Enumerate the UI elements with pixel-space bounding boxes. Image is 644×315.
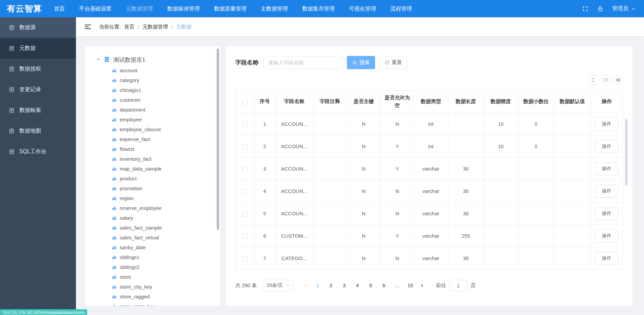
tree-table-item[interactable]: map_data_sample	[97, 164, 217, 174]
cell-precision	[484, 180, 518, 202]
tree-table-item[interactable]: salary	[97, 213, 217, 223]
table-name-label: customer	[120, 97, 141, 103]
nav-item[interactable]: 首页	[47, 0, 72, 17]
lock-icon[interactable]	[597, 6, 603, 12]
user-menu[interactable]: 管理员	[612, 5, 636, 12]
cell-nullable: Y	[381, 225, 414, 247]
tree-table-item[interactable]: employee_closure	[97, 124, 217, 134]
sidebar-item[interactable]: SQL工作台	[0, 141, 76, 162]
row-checkbox[interactable]	[242, 122, 248, 127]
tree-table-item[interactable]: chinagis1	[97, 85, 217, 95]
cell-field-name: ACCOUN...	[275, 135, 313, 158]
search-button[interactable]: 搜索	[347, 56, 375, 69]
tree-table-item[interactable]: store_ragged	[97, 292, 217, 301]
page-number[interactable]: ...	[390, 280, 404, 291]
nav-item[interactable]: 数据集市管理	[295, 0, 342, 17]
caret-down-icon[interactable]	[97, 59, 100, 61]
collapse-menu-icon[interactable]	[84, 23, 92, 31]
cell-length	[448, 135, 484, 158]
breadcrumb-item[interactable]: 元数据	[176, 24, 192, 30]
page-number[interactable]: 5	[364, 280, 377, 291]
tree-table-item[interactable]: sanky_date	[97, 242, 217, 252]
page-number[interactable]: 6	[377, 280, 390, 291]
sidebar-item[interactable]: 变更记录	[0, 79, 76, 100]
row-action-button[interactable]: 操作	[595, 252, 618, 265]
tree-table-item[interactable]: reserve_employee	[97, 203, 217, 213]
field-name-input[interactable]	[263, 56, 343, 69]
goto-page-input[interactable]	[449, 280, 467, 291]
nav-item[interactable]: 数据标准管理	[160, 0, 207, 17]
nav-item[interactable]: 平台基础设置	[72, 0, 119, 17]
tree-table-item[interactable]: expense_fact	[97, 134, 217, 144]
cell-precision	[484, 158, 518, 180]
tree-root-node[interactable]: 测试数据库1	[97, 55, 217, 65]
tree-table-item[interactable]: promotion	[97, 183, 217, 193]
tree-table-item[interactable]: store	[97, 272, 217, 282]
page-number[interactable]: 3	[337, 280, 351, 291]
nav-item[interactable]: 流程管理	[383, 0, 419, 17]
tree-table-item[interactable]: sales_fact_virtual	[97, 233, 217, 242]
fullscreen-icon[interactable]	[582, 6, 588, 12]
table-scrollbar[interactable]	[625, 119, 628, 185]
row-action-button[interactable]: 操作	[595, 230, 618, 242]
tree-table-item[interactable]: sales_fact_sample	[97, 223, 217, 233]
tree-table-item[interactable]: product	[97, 174, 217, 183]
row-checkbox[interactable]	[242, 144, 248, 150]
cell-action: 操作	[591, 135, 623, 158]
sidebar-item[interactable]: 数据检索	[0, 100, 76, 121]
row-action-button[interactable]: 操作	[595, 162, 618, 175]
nav-item[interactable]: 数据质量管理	[207, 0, 254, 17]
row-checkbox[interactable]	[242, 189, 248, 194]
table-name-label: employee	[120, 117, 142, 122]
row-action-button[interactable]: 操作	[595, 118, 618, 131]
table-header: 数据默认值	[554, 91, 591, 113]
tree-table-item[interactable]: siblings2	[97, 262, 217, 272]
sidebar-item[interactable]: 数据源	[0, 17, 76, 38]
cell-comment	[313, 158, 347, 180]
tree-table-item[interactable]: flowtst	[97, 144, 217, 154]
cell-checkbox	[236, 158, 254, 180]
reset-button[interactable]: 重置	[379, 56, 407, 69]
page-size-select[interactable]: 20条/页	[263, 280, 293, 291]
page-number[interactable]: 1	[311, 280, 324, 291]
tree-table-item[interactable]: department	[97, 105, 217, 115]
table-name-label: siblings2	[120, 264, 139, 270]
select-all-checkbox[interactable]	[242, 99, 248, 104]
nav-item[interactable]: 可视化管理	[342, 0, 383, 17]
tree-table-item[interactable]: employee	[97, 115, 217, 124]
row-action-button[interactable]: 操作	[595, 185, 618, 198]
gear-icon[interactable]	[613, 75, 623, 85]
row-checkbox[interactable]	[242, 234, 248, 239]
tree-table-item[interactable]: store_city_key	[97, 282, 217, 292]
text-cursor-icon[interactable]	[588, 75, 598, 85]
tree-table-item[interactable]: siblings1	[97, 252, 217, 262]
refresh-icon[interactable]	[601, 75, 610, 85]
tree-table-item[interactable]: region	[97, 193, 217, 203]
tree-table-item[interactable]: account	[97, 65, 217, 75]
page-number[interactable]: 4	[351, 280, 364, 291]
tree-scrollbar[interactable]	[217, 48, 219, 230]
row-action-button[interactable]: 操作	[595, 140, 618, 153]
breadcrumb-item[interactable]: 元数据管理	[142, 24, 168, 30]
row-checkbox[interactable]	[242, 211, 248, 217]
sidebar-item[interactable]: 数据地图	[0, 121, 76, 141]
breadcrumb-item[interactable]: 首页	[124, 24, 134, 30]
tree-table-item[interactable]: customer	[97, 95, 217, 105]
row-checkbox[interactable]	[242, 256, 248, 261]
next-page-button[interactable]	[417, 280, 427, 291]
page-number[interactable]: 2	[324, 280, 337, 291]
row-action-button[interactable]: 操作	[595, 207, 618, 220]
page-number[interactable]: 15	[404, 280, 417, 291]
row-checkbox[interactable]	[242, 166, 248, 172]
tree-table-item[interactable]: store_state_key	[97, 301, 217, 306]
cell-scale	[518, 202, 554, 225]
tree-table-item[interactable]: inventory_fact	[97, 154, 217, 164]
sidebar-item[interactable]: 元数据	[0, 38, 76, 59]
prev-page-button[interactable]	[301, 280, 311, 291]
nav-item[interactable]: 主数据管理	[254, 0, 295, 17]
cell-default	[554, 180, 591, 202]
tree-table-item[interactable]: category	[97, 75, 217, 85]
cell-scale: 0	[518, 135, 554, 158]
sidebar-item[interactable]: 数据授权	[0, 59, 76, 79]
nav-item[interactable]: 元数据管理	[119, 0, 160, 17]
